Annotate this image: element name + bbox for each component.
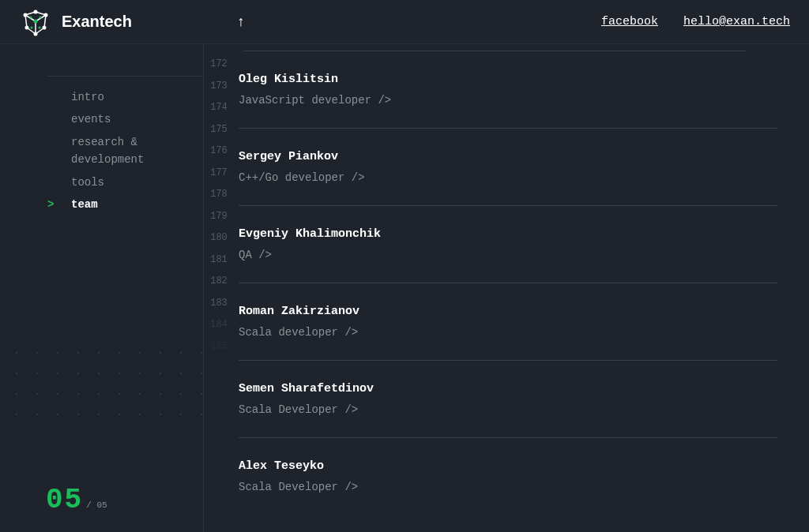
member-role: C++/Go developer /> [239, 171, 777, 184]
team-member: Semen Sharafetdinov Scala Developer /> [239, 361, 777, 438]
member-name: Alex Teseyko [239, 459, 777, 473]
svg-point-16 [30, 16, 32, 18]
member-role: Scala Developer /> [239, 481, 777, 493]
svg-point-10 [34, 9, 38, 13]
logo[interactable]: Exantech [19, 6, 205, 39]
team-member: Sergey Piankov C++/Go developer /> [239, 129, 777, 206]
member-name: Roman Zakirzianov [239, 305, 777, 318]
member-role: Scala Developer /> [239, 403, 777, 416]
team-member: Oleg Kislitsin JavaScript developer /> [239, 51, 777, 129]
page-current: 05 [46, 484, 83, 516]
page-counter: 05 / 05 [46, 484, 107, 516]
decorative-dots [0, 336, 204, 431]
email-link[interactable]: hello@exan.tech [683, 15, 790, 28]
sidebar: intro events research & development tool… [0, 44, 204, 532]
member-name: Sergey Piankov [239, 150, 777, 163]
member-role: JavaScript developer /> [239, 94, 777, 107]
team-member: Roman Zakirzianov Scala developer /> [239, 283, 777, 361]
svg-point-13 [43, 25, 47, 29]
nav-item-research[interactable]: research & development [47, 131, 203, 171]
svg-point-15 [34, 19, 38, 23]
nav-item-events[interactable]: events [47, 108, 203, 130]
header: Exantech ↑ facebook hello@exan.tech [0, 0, 809, 44]
arrow-up-icon: ↑ [237, 14, 246, 30]
member-role: Scala developer /> [239, 326, 777, 339]
nav-item-team[interactable]: team [47, 193, 203, 215]
header-links: facebook hello@exan.tech [601, 15, 790, 28]
svg-point-18 [31, 26, 33, 28]
svg-point-12 [25, 25, 29, 29]
page-total: / 05 [86, 500, 107, 510]
member-name: Oleg Kislitsin [239, 73, 777, 86]
brand-name: Exantech [62, 13, 132, 31]
team-list: Oleg Kislitsin JavaScript developer /> S… [234, 44, 809, 532]
logo-icon [19, 6, 52, 39]
team-member: Alex Teseyko Scala Developer /> [239, 438, 777, 515]
svg-point-19 [39, 26, 41, 28]
member-name: Semen Sharafetdinov [239, 382, 777, 395]
svg-point-14 [34, 32, 38, 36]
svg-point-11 [44, 13, 48, 17]
member-role: QA /> [239, 249, 777, 261]
nav-item-tools[interactable]: tools [47, 171, 203, 193]
team-member: Evgeniy Khalimonchik QA /> [239, 206, 777, 283]
line-numbers: 172 173 174 175 176 177 178 179 180 181 … [204, 44, 234, 532]
nav: intro events research & development tool… [47, 76, 203, 215]
svg-point-17 [40, 16, 42, 18]
svg-point-9 [24, 13, 28, 17]
content: 172 173 174 175 176 177 178 179 180 181 … [204, 44, 809, 532]
scroll-up-button[interactable]: ↑ [228, 14, 254, 30]
member-name: Evgeniy Khalimonchik [239, 227, 777, 241]
nav-item-intro[interactable]: intro [47, 86, 203, 108]
facebook-link[interactable]: facebook [601, 15, 658, 28]
